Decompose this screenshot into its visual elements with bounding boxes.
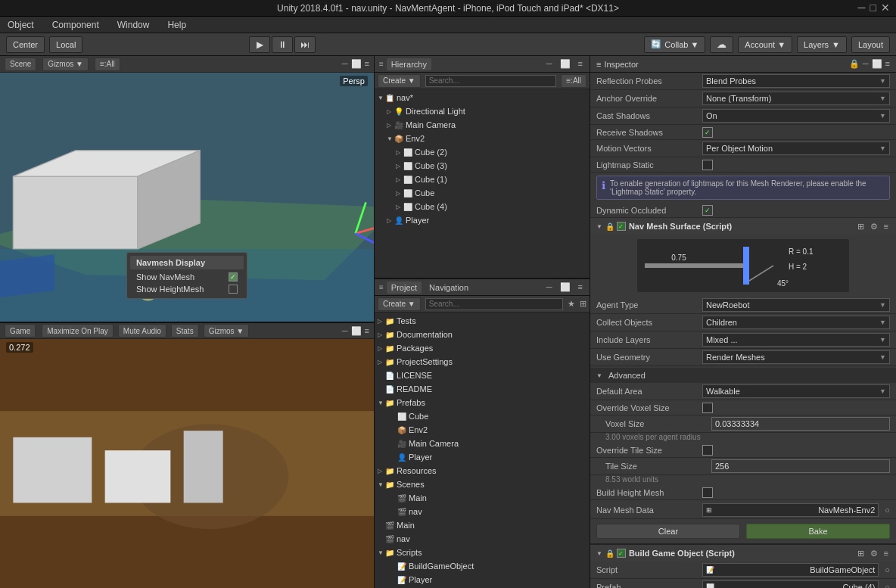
- window-controls[interactable]: ─ □ ✕: [858, 2, 890, 14]
- tile-size-field[interactable]: 256: [711, 459, 890, 473]
- project-readme[interactable]: ▷📄README: [375, 382, 590, 396]
- project-tests[interactable]: ▷📁Tests: [375, 314, 590, 328]
- menu-component[interactable]: Component: [49, 18, 102, 32]
- navmesh-menu-icon[interactable]: ≡: [882, 221, 890, 232]
- project-nav-scene[interactable]: ▷🎬nav: [375, 532, 590, 546]
- project-create-btn[interactable]: Create ▼: [378, 297, 421, 311]
- maximize-on-play-btn[interactable]: Maximize On Play: [42, 324, 114, 338]
- hierarchy-expand-btn[interactable]: ⬜: [558, 58, 573, 70]
- navmesh-height-checkbox[interactable]: [229, 285, 238, 294]
- project-prefab-env2[interactable]: ▷📦Env2: [375, 423, 590, 437]
- cast-shadows-dropdown[interactable]: On ▼: [702, 109, 890, 123]
- game-tab[interactable]: Game: [5, 324, 36, 338]
- hierarchy-item-nav[interactable]: ▼ 📋 nav*: [375, 91, 590, 104]
- navmesh-show-item[interactable]: Show NavMesh ✓: [130, 271, 244, 283]
- bgo-enable-checkbox[interactable]: ✓: [617, 549, 626, 558]
- bgo-prefab-field[interactable]: ⬜ Cube (4): [702, 580, 879, 588]
- hierarchy-item-cube4[interactable]: ▷ ⬜ Cube (4): [375, 200, 590, 213]
- navmesh-prefab-icon[interactable]: ⊞: [856, 221, 866, 232]
- center-button[interactable]: Center: [6, 36, 45, 53]
- clear-button[interactable]: Clear: [596, 524, 740, 539]
- expand-scene-icon[interactable]: ⬜: [351, 59, 362, 69]
- menu-game-icon[interactable]: ≡: [365, 326, 369, 336]
- minimize-scene-icon[interactable]: ─: [342, 59, 348, 69]
- play-button[interactable]: ▶: [249, 36, 270, 53]
- project-expand-btn[interactable]: ⬜: [558, 282, 573, 293]
- anchor-override-dropdown[interactable]: None (Transform) ▼: [702, 92, 890, 105]
- expand-game-icon[interactable]: ⬜: [351, 326, 362, 336]
- project-menu-btn[interactable]: ≡: [576, 282, 585, 293]
- local-button[interactable]: Local: [49, 36, 82, 53]
- project-prefabs[interactable]: ▼📁Prefabs: [375, 396, 590, 409]
- project-settings[interactable]: ▷📁ProjectSettings: [375, 355, 590, 369]
- inspector-minimize-btn[interactable]: ─: [863, 59, 869, 69]
- project-search-input[interactable]: [425, 298, 563, 310]
- project-scene-nav[interactable]: ▷🎬nav: [375, 505, 590, 518]
- layout-button[interactable]: Layout: [851, 36, 890, 53]
- project-script-player[interactable]: ▷📝Player: [375, 573, 590, 586]
- project-scene-main[interactable]: ▷🎬Main: [375, 491, 590, 505]
- hierarchy-item-player[interactable]: ▷ 👤 Player: [375, 213, 590, 227]
- hierarchy-tab[interactable]: Hierarchy: [387, 58, 431, 70]
- menu-object[interactable]: Object: [5, 18, 37, 32]
- inspector-lock-icon[interactable]: 🔒: [849, 59, 860, 69]
- use-geometry-dropdown[interactable]: Render Meshes ▼: [702, 350, 890, 364]
- hierarchy-minimize-btn[interactable]: ─: [544, 58, 555, 70]
- project-packages[interactable]: ▷📁Packages: [375, 341, 590, 355]
- hierarchy-all-btn[interactable]: ≡:All: [561, 74, 586, 88]
- project-scripts[interactable]: ▼📁Scripts: [375, 546, 590, 559]
- hierarchy-item-cube[interactable]: ▷ ⬜ Cube: [375, 186, 590, 200]
- hierarchy-item-cube1[interactable]: ▷ ⬜ Cube (1): [375, 173, 590, 186]
- menu-scene-icon[interactable]: ≡: [365, 59, 369, 69]
- hierarchy-create-btn[interactable]: Create ▼: [378, 74, 421, 88]
- inspector-expand-btn[interactable]: ⬜: [872, 59, 882, 69]
- gizmos-btn[interactable]: Gizmos ▼: [42, 58, 89, 71]
- scene-content[interactable]: Navmesh Display Show NavMesh ✓ Show Heig…: [0, 73, 374, 322]
- project-view-btn[interactable]: ⊞: [580, 299, 586, 309]
- project-main-scene[interactable]: ▷🎬Main: [375, 518, 590, 532]
- navmesh-surface-header[interactable]: ▼ 🔒 ✓ Nav Mesh Surface (Script) ⊞ ⚙ ≡: [590, 218, 896, 235]
- project-resources[interactable]: ▷📁Resources: [375, 464, 590, 478]
- bgo-menu-icon[interactable]: ≡: [882, 548, 890, 559]
- hierarchy-item-main-camera[interactable]: ▷ 🎥 Main Camera: [375, 118, 590, 132]
- scene-tab[interactable]: Scene: [5, 58, 36, 71]
- project-prefab-maincam[interactable]: ▷🎥Main Camera: [375, 437, 590, 450]
- bgo-prefab-icon[interactable]: ⊞: [856, 548, 866, 559]
- receive-shadows-checkbox[interactable]: ✓: [702, 127, 713, 138]
- maximize-btn[interactable]: □: [870, 2, 876, 14]
- cloud-button[interactable]: ☁: [710, 36, 733, 53]
- close-btn[interactable]: ✕: [881, 2, 890, 14]
- bgo-script-field[interactable]: 📝 BuildGameObject: [702, 563, 879, 577]
- minimize-game-icon[interactable]: ─: [342, 326, 348, 336]
- all-filter-btn[interactable]: ≡:All: [95, 58, 120, 71]
- build-height-checkbox[interactable]: [702, 487, 713, 498]
- inspector-menu-btn[interactable]: ≡: [885, 59, 890, 69]
- bake-button[interactable]: Bake: [746, 524, 890, 539]
- project-prefab-player[interactable]: ▷👤Player: [375, 450, 590, 464]
- include-layers-dropdown[interactable]: Mixed ... ▼: [702, 333, 890, 347]
- dynamic-occluded-checkbox[interactable]: ✓: [702, 205, 713, 216]
- nav-mesh-data-field[interactable]: ⊞ NavMesh-Env2: [702, 503, 879, 517]
- bgo-settings-icon[interactable]: ⚙: [869, 548, 879, 559]
- minimize-btn[interactable]: ─: [858, 2, 866, 14]
- layers-button[interactable]: Layers ▼: [797, 36, 847, 53]
- override-voxel-checkbox[interactable]: [702, 403, 713, 413]
- project-license[interactable]: ▷📄LICENSE: [375, 369, 590, 382]
- advanced-header[interactable]: ▼ Advanced: [590, 368, 896, 383]
- project-scenes[interactable]: ▼📁Scenes: [375, 478, 590, 491]
- navmesh-settings-icon[interactable]: ⚙: [869, 221, 879, 232]
- override-tile-checkbox[interactable]: [702, 445, 713, 456]
- project-minimize-btn[interactable]: ─: [544, 282, 555, 293]
- project-fav-btn[interactable]: ★: [568, 299, 575, 309]
- scene-3d-viewport[interactable]: Navmesh Display Show NavMesh ✓ Show Heig…: [0, 73, 374, 322]
- voxel-size-field[interactable]: 0.03333334: [711, 417, 890, 431]
- navigation-tab[interactable]: Navigation: [425, 282, 473, 294]
- hierarchy-item-cube3[interactable]: ▷ ⬜ Cube (3): [375, 159, 590, 173]
- project-prefab-cube[interactable]: ▷⬜Cube: [375, 409, 590, 423]
- account-button[interactable]: Account ▼: [738, 36, 792, 53]
- game-content[interactable]: 0.272: [0, 339, 374, 588]
- game-gizmos-btn[interactable]: Gizmos ▼: [204, 324, 250, 338]
- hierarchy-menu-btn[interactable]: ≡: [576, 58, 585, 70]
- default-area-dropdown[interactable]: Walkable ▼: [702, 384, 890, 398]
- step-button[interactable]: ⏭: [294, 36, 316, 53]
